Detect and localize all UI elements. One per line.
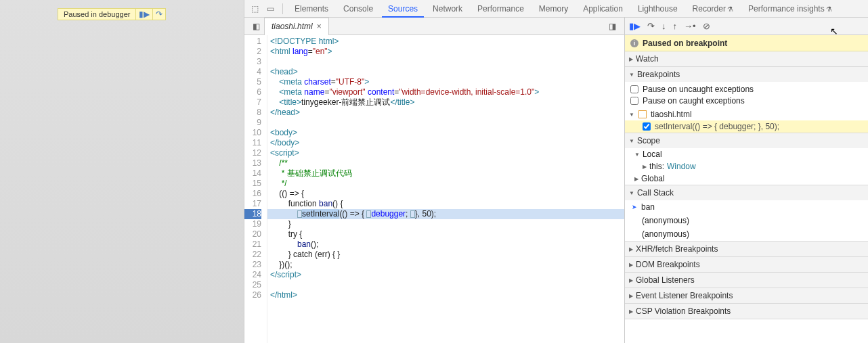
scope-this[interactable]: ▶this: Window <box>625 160 868 173</box>
tab-performance[interactable]: Performance <box>471 0 530 18</box>
tab-memory[interactable]: Memory <box>533 0 574 18</box>
tab-network[interactable]: Network <box>427 0 469 18</box>
tab-lighthouse[interactable]: Lighthouse <box>632 0 684 18</box>
overlay-resume-button[interactable]: ▮▶ <box>135 9 152 20</box>
separator <box>282 3 283 14</box>
beaker-icon: ⚗ <box>826 5 832 13</box>
scope-local[interactable]: ▼Local <box>625 148 868 160</box>
exec-line: setInterval(() => { debugger; }, 50); <box>267 209 624 219</box>
paused-banner: i Paused on breakpoint <box>625 35 868 51</box>
bp-file-row[interactable]: ▼tiaoshi.html <box>625 108 868 120</box>
page-content: Paused in debugger ▮▶ ↷ <box>0 0 244 343</box>
file-icon <box>638 110 647 118</box>
devtools-tabbar: ⬚ ▭ Elements Console Sources Network Per… <box>244 0 868 18</box>
section-dom: ▶DOM Breakpoints <box>625 257 868 273</box>
tab-recorder[interactable]: Recorder⚗ <box>687 0 739 18</box>
callstack-frame-2[interactable]: (anonymous) <box>625 227 868 241</box>
section-csp: ▶CSP Violation Breakpoints <box>625 304 868 319</box>
tab-console[interactable]: Console <box>337 0 379 18</box>
step-into-button[interactable]: ↓ <box>661 21 666 31</box>
paused-text: Paused in debugger <box>58 10 135 18</box>
devtools: ↖ ⬚ ▭ Elements Console Sources Network P… <box>244 0 868 343</box>
sidebar-toggle-icon[interactable]: ◨ <box>605 22 620 31</box>
inspect-icon[interactable]: ⬚ <box>248 4 261 14</box>
section-scope: ▼Scope ▼Local ▶this: Window ▶Global <box>625 133 868 185</box>
section-event-listener: ▶Event Listener Breakpoints <box>625 288 868 304</box>
device-icon[interactable]: ▭ <box>264 4 277 14</box>
section-watch-header[interactable]: ▶Watch <box>625 51 868 66</box>
overlay-step-button[interactable]: ↷ <box>152 9 165 20</box>
navigator-toggle-icon[interactable]: ◧ <box>248 22 264 31</box>
callstack-frame-1[interactable]: (anonymous) <box>625 214 868 227</box>
file-tab-name: tiaoshi.html <box>272 18 313 35</box>
section-breakpoints: ▼Breakpoints Pause on uncaught exception… <box>625 67 868 133</box>
tab-sources[interactable]: Sources <box>382 0 424 18</box>
file-tab[interactable]: tiaoshi.html × <box>264 18 329 35</box>
callstack-frame-0[interactable]: ban <box>625 200 868 214</box>
sources-editor: ◧ tiaoshi.html × ◨ 123456789101112131415… <box>244 18 625 343</box>
file-tabbar: ◧ tiaoshi.html × ◨ <box>244 18 624 35</box>
section-scope-header[interactable]: ▼Scope <box>625 133 868 148</box>
section-global-listeners: ▶Global Listeners <box>625 273 868 288</box>
deactivate-breakpoints-button[interactable]: ⊘ <box>703 21 710 31</box>
exec-marker <box>297 210 302 218</box>
pause-uncaught-checkbox[interactable]: Pause on uncaught exceptions <box>630 85 863 94</box>
section-xhr: ▶XHR/fetch Breakpoints <box>625 242 868 257</box>
resume-button[interactable]: ▮▶ <box>629 21 641 31</box>
tab-elements[interactable]: Elements <box>288 0 334 18</box>
paused-overlay: Paused in debugger ▮▶ ↷ <box>58 8 166 20</box>
debug-toolbar: ▮▶ ↷ ↓ ↑ →• ⊘ <box>625 18 868 35</box>
step-out-button[interactable]: ↑ <box>673 21 678 31</box>
code-content[interactable]: <!DOCTYPE html> <html lang="en"> <head> … <box>267 35 624 343</box>
step-over-button[interactable]: ↷ <box>647 21 655 31</box>
close-icon[interactable]: × <box>317 18 322 35</box>
bp-line-row[interactable]: setInterval(() => { debugger; }, 50); <box>625 120 868 133</box>
tab-perf-insights[interactable]: Performance insights⚗ <box>742 0 838 18</box>
line-gutter[interactable]: 1234567891011121314151617181920212223242… <box>244 35 267 343</box>
section-callstack-header[interactable]: ▼Call Stack <box>625 185 868 200</box>
section-callstack: ▼Call Stack ban (anonymous) (anonymous) <box>625 185 868 242</box>
section-breakpoints-header[interactable]: ▼Breakpoints <box>625 67 868 82</box>
info-icon: i <box>630 39 638 47</box>
tab-application[interactable]: Application <box>577 0 629 18</box>
paused-banner-text: Paused on breakpoint <box>643 39 727 48</box>
pause-caught-checkbox[interactable]: Pause on caught exceptions <box>630 96 863 106</box>
scope-global[interactable]: ▶Global <box>625 173 868 185</box>
section-watch: ▶Watch <box>625 51 868 67</box>
debugger-sidebar: ▮▶ ↷ ↓ ↑ →• ⊘ i Paused on breakpoint ▶Wa… <box>625 18 868 343</box>
step-button[interactable]: →• <box>684 21 696 31</box>
beaker-icon: ⚗ <box>727 5 733 13</box>
